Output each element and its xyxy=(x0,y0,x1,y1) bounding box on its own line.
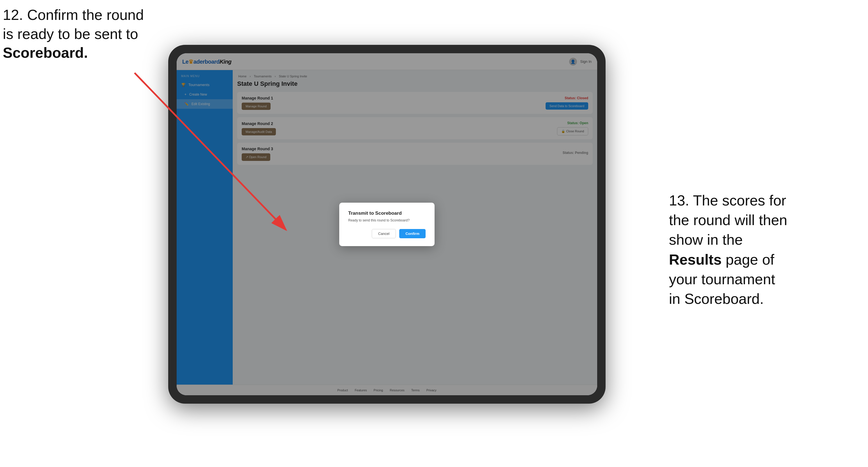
transmit-modal: Transmit to Scoreboard Ready to send thi… xyxy=(339,203,435,246)
annotation-right-results: Results xyxy=(669,251,722,268)
tablet-screen: Le♛aderboardKing 👤 Sign In MAIN MENU 🏆 T… xyxy=(177,53,597,395)
annotation-line1: 12. Confirm the round xyxy=(3,7,144,23)
modal-subtitle: Ready to send this round to Scoreboard? xyxy=(348,218,426,222)
annotation-right-line6: in Scoreboard. xyxy=(669,291,764,307)
modal-cancel-button[interactable]: Cancel xyxy=(372,229,396,238)
annotation-right-line5: your tournament xyxy=(669,271,775,287)
tablet-device: Le♛aderboardKing 👤 Sign In MAIN MENU 🏆 T… xyxy=(168,45,606,404)
modal-title: Transmit to Scoreboard xyxy=(348,211,426,216)
annotation-right-line2: the round will then xyxy=(669,212,787,228)
annotation-line2: is ready to be sent to xyxy=(3,26,138,42)
annotation-right: 13. The scores for the round will then s… xyxy=(669,191,860,309)
modal-confirm-button[interactable]: Confirm xyxy=(399,229,426,238)
annotation-right-line3: show in the xyxy=(669,231,743,248)
modal-buttons: Cancel Confirm xyxy=(348,229,426,238)
annotation-right-line4-rest: page of xyxy=(722,251,774,268)
annotation-line3: Scoreboard. xyxy=(3,44,88,61)
annotation-top: 12. Confirm the round is ready to be sen… xyxy=(3,6,199,63)
annotation-right-line1: 13. The scores for xyxy=(669,192,786,209)
modal-overlay: Transmit to Scoreboard Ready to send thi… xyxy=(177,53,597,395)
